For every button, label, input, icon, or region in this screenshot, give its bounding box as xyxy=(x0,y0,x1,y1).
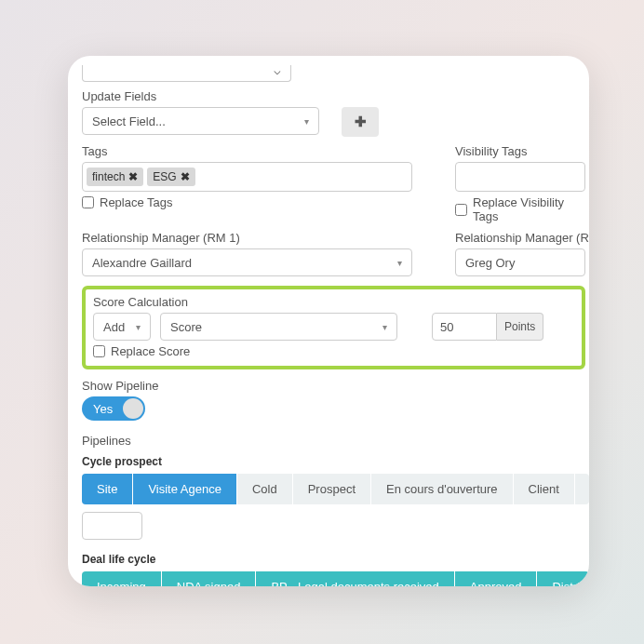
pill-cold[interactable]: Cold xyxy=(237,474,293,504)
toggle-knob xyxy=(123,398,143,419)
deal-life-cycle-pills: Incoming NDA signed BP - Legal documents… xyxy=(82,571,589,586)
cycle-prospect-extra-input[interactable] xyxy=(82,512,142,540)
rm2-label: Relationship Manager (RM 2) xyxy=(455,231,589,245)
remove-tag-icon[interactable]: ✖ xyxy=(128,170,138,183)
tag-esg[interactable]: ESG ✖ xyxy=(147,168,195,186)
tags-label: Tags xyxy=(82,144,412,158)
replace-tags-checkbox[interactable] xyxy=(82,196,94,208)
visibility-tags-label: Visibility Tags xyxy=(455,144,589,158)
rm1-select[interactable]: Alexandre Gaillard ▾ xyxy=(82,248,412,276)
replace-score-row[interactable]: Replace Score xyxy=(93,344,574,358)
pill-pas-interet[interactable]: Pas d'intérêt xyxy=(575,474,589,504)
top-select[interactable]: ⌵ xyxy=(82,65,291,82)
replace-score-checkbox[interactable] xyxy=(93,345,105,357)
rm2-select[interactable]: Greg Ory xyxy=(455,248,585,276)
cycle-prospect-pills: Site Visite Agence Cold Prospect En cour… xyxy=(82,474,589,504)
pill-site[interactable]: Site xyxy=(82,474,133,504)
score-calculation-section: Score Calculation Add ▾ Score ▾ Points R… xyxy=(82,286,585,369)
pill-client[interactable]: Client xyxy=(514,474,575,504)
chevron-down-icon: ▾ xyxy=(382,322,387,332)
tags-input[interactable]: fintech ✖ ESG ✖ xyxy=(82,162,412,192)
cycle-prospect-title: Cycle prospect xyxy=(82,455,589,468)
add-field-button[interactable]: ✚ xyxy=(342,107,379,137)
chevron-down-icon: ⌵ xyxy=(274,63,281,77)
select-field-placeholder: Select Field... xyxy=(92,114,166,128)
update-fields-label: Update Fields xyxy=(82,89,589,103)
plus-icon: ✚ xyxy=(355,114,367,130)
show-pipeline-label: Show Pipeline xyxy=(82,379,589,393)
pill-bp-legal[interactable]: BP - Legal documents received xyxy=(256,571,454,586)
chevron-down-icon: ▾ xyxy=(136,322,141,332)
pill-incoming[interactable]: Incoming xyxy=(82,571,162,586)
remove-tag-icon[interactable]: ✖ xyxy=(181,170,190,183)
chevron-down-icon: ▾ xyxy=(397,258,402,268)
chevron-down-icon: ▾ xyxy=(304,116,309,127)
show-pipeline-toggle[interactable]: Yes xyxy=(82,396,145,421)
pill-en-cours[interactable]: En cours d'ouverture xyxy=(371,474,514,504)
replace-visibility-tags-row[interactable]: Replace Visibility Tags xyxy=(455,195,589,223)
pill-nda-signed[interactable]: NDA signed xyxy=(162,571,257,586)
score-calc-label: Score Calculation xyxy=(93,295,574,309)
pipelines-label: Pipelines xyxy=(82,434,589,448)
pill-prospect[interactable]: Prospect xyxy=(293,474,371,504)
settings-card: ⌵ Update Fields Select Field... ▾ ✚ Tags… xyxy=(68,56,589,586)
pill-visite-agence[interactable]: Visite Agence xyxy=(133,474,237,504)
score-op-select[interactable]: Add ▾ xyxy=(93,313,151,341)
visibility-tags-input[interactable] xyxy=(455,162,585,192)
rm1-label: Relationship Manager (RM 1) xyxy=(82,231,412,245)
pill-distribution[interactable]: Distribution completed xyxy=(537,571,589,586)
replace-tags-checkbox-row[interactable]: Replace Tags xyxy=(82,195,412,209)
points-unit-label: Points xyxy=(497,313,543,341)
score-value-input[interactable] xyxy=(432,313,497,341)
replace-visibility-tags-checkbox[interactable] xyxy=(455,204,467,216)
pill-approved[interactable]: Approved xyxy=(455,571,538,586)
select-field-dropdown[interactable]: Select Field... ▾ xyxy=(82,107,319,135)
deal-life-cycle-title: Deal life cycle xyxy=(82,553,589,566)
score-type-select[interactable]: Score ▾ xyxy=(160,313,397,341)
tag-fintech[interactable]: fintech ✖ xyxy=(87,168,143,186)
